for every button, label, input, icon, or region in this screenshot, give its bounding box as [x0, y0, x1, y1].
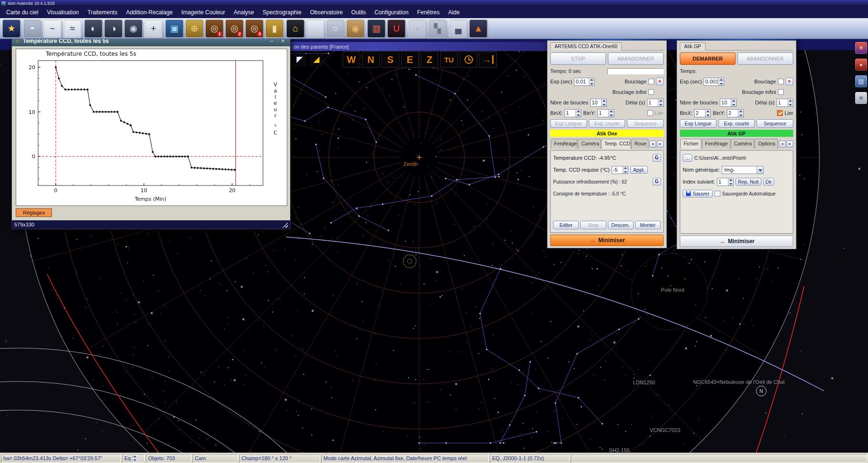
long-exposure-button[interactable]: Exp Longue [680, 119, 717, 128]
menu-carte-du-ciel[interactable]: Carte du ciel [2, 8, 42, 17]
list-icon[interactable]: ≡ [855, 92, 867, 104]
exit-button[interactable]: → [479, 51, 497, 68]
mount-red-icon[interactable]: U [387, 20, 405, 38]
eclipse-icon[interactable]: ◉ [124, 20, 142, 38]
delay-input[interactable] [647, 99, 658, 106]
histogram-icon[interactable]: ▄ [449, 20, 467, 38]
loop-count-input[interactable] [591, 99, 601, 106]
angle-tool-icon[interactable]: ◢ [309, 51, 323, 67]
tab-temp-ccd[interactable]: Temp. CCD [601, 139, 631, 149]
biny-input[interactable] [598, 110, 608, 117]
spinner-arrows-icon[interactable] [658, 99, 663, 106]
dir-button[interactable]: Dir [763, 178, 774, 185]
graph-button[interactable]: G [653, 154, 661, 162]
exposure-input[interactable] [704, 78, 718, 85]
menu-visualisation[interactable]: Visualisation [42, 8, 83, 17]
spinner-arrows-icon[interactable] [738, 110, 743, 117]
spinner-arrows-icon[interactable] [731, 99, 736, 106]
minimize-panel-button[interactable]: → Minimiser [550, 235, 664, 246]
resize-grip[interactable] [282, 222, 288, 228]
spinner-arrows-icon[interactable] [705, 110, 710, 117]
save-button[interactable]: Sauver [683, 190, 713, 197]
screen-capture-icon[interactable]: ▣ [165, 20, 183, 38]
dome-home-icon[interactable]: ⌂ [286, 20, 304, 38]
nav-button-s[interactable]: S [382, 51, 399, 68]
spinner-arrows-icon[interactable] [575, 110, 581, 117]
binx-input[interactable] [695, 110, 705, 117]
delay-spinner[interactable] [777, 99, 793, 107]
start-button[interactable]: DEMARRER [680, 52, 736, 65]
lens-icon[interactable]: ◉ [346, 20, 364, 38]
pointer-tool-icon[interactable]: ◤ [293, 51, 307, 67]
crosshair-tool-icon[interactable]: + [144, 20, 162, 38]
biny-spinner[interactable] [727, 109, 744, 117]
spinner-arrows-icon[interactable] [608, 110, 614, 117]
spinner-arrows-icon[interactable] [132, 455, 137, 462]
stop-cooling-button[interactable]: Stop [580, 221, 606, 229]
tab-cam-ra[interactable]: Caméra [731, 139, 755, 149]
nav-button-n[interactable]: N [362, 51, 380, 68]
graph-button[interactable]: G [653, 178, 661, 185]
loop-checkbox[interactable] [648, 79, 654, 84]
nav-button-e[interactable]: E [401, 51, 419, 68]
menu-aide[interactable]: Aide [444, 8, 464, 17]
edit-button[interactable]: Editer [553, 221, 579, 229]
menu-observatoire[interactable]: Observatoire [306, 8, 347, 17]
minimize-panel-button[interactable]: → Minimiser [680, 236, 793, 247]
infinite-loop-checkbox[interactable] [648, 89, 654, 95]
sky-chart-icon[interactable]: ★ [2, 20, 20, 38]
spinner-arrows-icon[interactable] [589, 78, 594, 85]
dropdown-arrow-icon[interactable] [757, 166, 763, 174]
generic-name-combobox[interactable]: Img- [722, 166, 764, 174]
nav-button-z[interactable]: Z [421, 51, 438, 68]
gear-gold-icon[interactable]: ⊕ [185, 20, 203, 38]
reglages-button[interactable]: Réglages [16, 208, 52, 217]
spinner-up-icon[interactable] [132, 455, 137, 458]
loop-count-spinner[interactable] [720, 99, 737, 107]
camera-3-icon[interactable]: ◎3 [245, 20, 263, 38]
exposure-spinner[interactable] [574, 78, 595, 86]
red-camera-icon[interactable]: ● [855, 59, 867, 71]
menu-imagerie-couleur[interactable]: Imagerie Couleur [177, 8, 230, 17]
nav-button-w[interactable]: W [343, 51, 360, 68]
binx-spinner[interactable] [694, 109, 711, 117]
tab-scroll-right-icon[interactable]: ► [657, 141, 664, 147]
spinner-arrows-icon[interactable] [728, 178, 733, 185]
biny-input[interactable] [727, 110, 738, 117]
binx-spinner[interactable] [565, 109, 581, 117]
spinner-down-icon[interactable] [132, 458, 137, 462]
tab-fen-trage[interactable]: Fenêtrage [551, 139, 577, 149]
tab-scroll-left-icon[interactable]: ◄ [649, 141, 656, 147]
binx-input[interactable] [565, 110, 575, 117]
abort-button[interactable]: ABANDONNER [608, 52, 664, 65]
tab-scroll-right-icon[interactable]: ► [787, 141, 793, 147]
blue-panel-icon[interactable]: ▥ [855, 75, 867, 87]
next-index-spinner[interactable] [717, 178, 734, 186]
link-bin-checkbox[interactable] [647, 110, 653, 116]
exposure-input[interactable] [575, 78, 589, 85]
menu-configuration[interactable]: Configuration [370, 8, 413, 17]
tab-options[interactable]: Options [755, 139, 778, 149]
menu-spectrographie[interactable]: Spectrographie [258, 8, 305, 17]
camera-page-tab[interactable]: ARTEMIS CCD ATIK-One60 [550, 42, 622, 51]
menu-fen-tres[interactable]: Fenêtres [413, 8, 444, 17]
tab-scroll-left-icon[interactable]: ◄ [779, 141, 786, 147]
biny-spinner[interactable] [597, 109, 614, 117]
short-exposure-button[interactable]: Exp. courte [718, 119, 755, 128]
tab-fen-trage[interactable]: Fenêtrage [702, 139, 730, 149]
small-tool-icon[interactable]: ▫ [408, 20, 426, 38]
night-folder-button[interactable]: Rep. Nuit [736, 178, 761, 185]
curve-edit-icon[interactable]: ≈ [63, 20, 81, 38]
link-bin-checkbox[interactable] [777, 110, 783, 116]
drop-icon[interactable]: ● [306, 20, 324, 38]
spinner-arrows-icon[interactable] [787, 99, 793, 106]
tab-roue[interactable]: Roue [631, 139, 648, 149]
camera-page-tab[interactable]: Atik GP [680, 42, 706, 51]
delay-spinner[interactable] [647, 99, 664, 107]
curve-tool-icon[interactable]: ~ [43, 20, 61, 38]
menu-outils[interactable]: Outils [347, 8, 370, 17]
next-index-input[interactable] [717, 178, 728, 185]
required-temp-spinner[interactable] [612, 166, 628, 174]
exposure-spinner[interactable] [704, 78, 724, 86]
autosave-checkbox[interactable] [715, 191, 720, 196]
